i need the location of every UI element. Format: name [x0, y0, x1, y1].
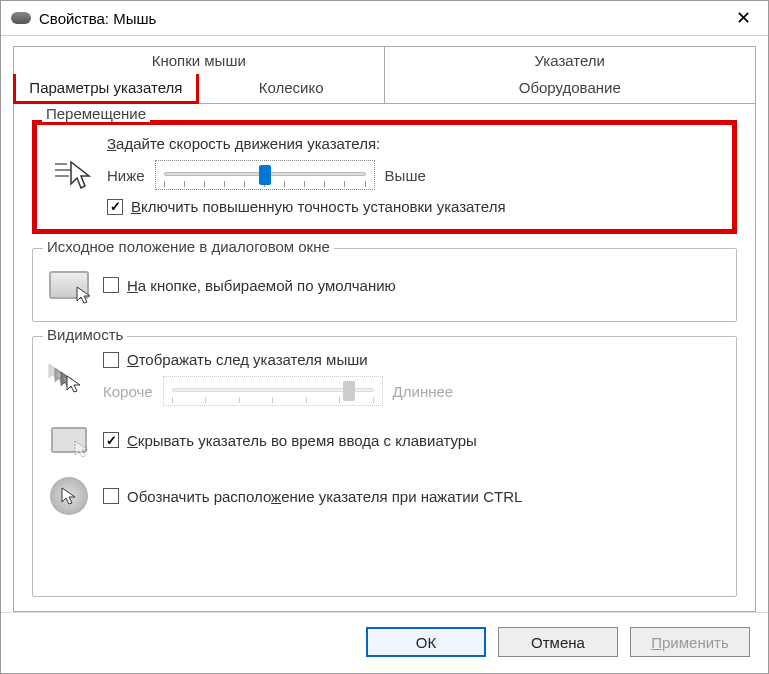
pointer-speed-slider[interactable]: [155, 160, 375, 190]
snap-default-label: На кнопке, выбираемой по умолчанию: [127, 277, 396, 294]
locate-ctrl-label: Обозначить расположение указателя при на…: [127, 488, 522, 505]
trails-label: Отображать след указателя мыши: [127, 351, 368, 368]
hide-typing-checkbox[interactable]: [103, 432, 119, 448]
cancel-button[interactable]: Отмена: [498, 627, 618, 657]
locate-ctrl-icon: [47, 474, 91, 518]
visibility-group-label: Видимость: [43, 326, 127, 343]
enhance-precision-checkbox[interactable]: [107, 199, 123, 215]
mouse-properties-dialog: Свойства: Мышь ✕ Кнопки мыши Указатели П…: [0, 0, 769, 674]
speed-slower-label: Ниже: [107, 167, 145, 184]
titlebar[interactable]: Свойства: Мышь ✕: [1, 1, 768, 36]
hide-typing-label: Скрывать указатель во время ввода с клав…: [127, 432, 477, 449]
tab-wheel[interactable]: Колесико: [199, 74, 385, 104]
trails-checkbox[interactable]: [103, 352, 119, 368]
speed-faster-label: Выше: [385, 167, 426, 184]
tab-pointer-options[interactable]: Параметры указателя: [13, 74, 199, 104]
visibility-group: Видимость Отображать след ука: [32, 336, 737, 597]
close-button[interactable]: ✕: [728, 7, 758, 29]
trails-icon: [47, 362, 91, 396]
trail-length-thumb: [343, 381, 355, 401]
hide-typing-icon: [47, 418, 91, 462]
trail-length-slider: [163, 376, 383, 406]
apply-button[interactable]: Применить: [630, 627, 750, 657]
trail-short-label: Короче: [103, 383, 153, 400]
tab-buttons[interactable]: Кнопки мыши: [13, 46, 385, 74]
tab-hardware[interactable]: Оборудование: [385, 74, 757, 104]
snap-icon: [47, 263, 91, 307]
tab-pointers[interactable]: Указатели: [385, 46, 757, 74]
window-title: Свойства: Мышь: [39, 10, 156, 27]
pointer-options-panel: Перемещение: [13, 104, 756, 612]
motion-heading: Задайте скорость движения указателя:: [107, 135, 718, 152]
pointer-speed-thumb[interactable]: [259, 165, 271, 185]
snap-group-label: Исходное положение в диалоговом окне: [43, 238, 334, 255]
dialog-button-bar: ОК Отмена Применить: [1, 612, 768, 673]
ok-button[interactable]: ОК: [366, 627, 486, 657]
mouse-icon: [11, 12, 31, 24]
pointer-speed-icon: [51, 153, 95, 197]
locate-ctrl-checkbox[interactable]: [103, 488, 119, 504]
snap-default-checkbox[interactable]: [103, 277, 119, 293]
enhance-precision-label: Включить повышенную точность установки у…: [131, 198, 506, 215]
motion-group-label: Перемещение: [42, 105, 150, 122]
trail-long-label: Длиннее: [393, 383, 454, 400]
snap-group: Исходное положение в диалоговом окне На …: [32, 248, 737, 322]
tab-strip: Кнопки мыши Указатели Параметры указател…: [13, 46, 756, 104]
motion-highlight: Задайте скорость движения указателя: Ниж…: [32, 120, 737, 234]
